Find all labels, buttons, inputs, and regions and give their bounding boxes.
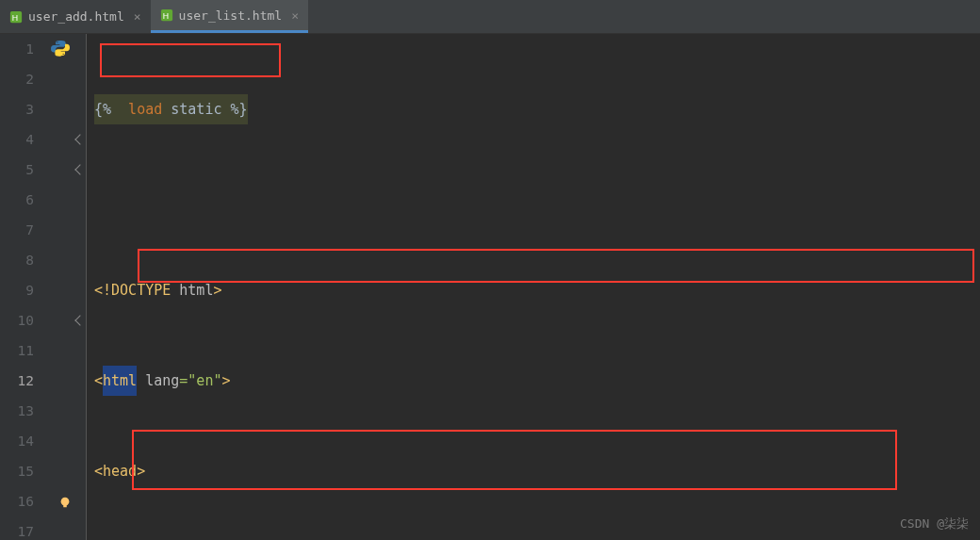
line-number: 1 bbox=[0, 34, 34, 64]
svg-text:H: H bbox=[162, 11, 168, 21]
code-editor[interactable]: 1 2 3 4 5 6 7 8 9 10 11 12 13 14 15 16 1… bbox=[0, 34, 980, 540]
line-number: 11 bbox=[0, 335, 34, 366]
line-number: 2 bbox=[0, 64, 34, 94]
code-line: <!DOCTYPE html> bbox=[94, 275, 980, 305]
svg-text:H: H bbox=[12, 12, 18, 22]
line-number: 6 bbox=[0, 185, 34, 215]
gutter-icons bbox=[47, 34, 74, 540]
svg-point-4 bbox=[61, 498, 70, 506]
line-number: 4 bbox=[0, 124, 34, 155]
html-file-icon: H bbox=[9, 10, 23, 24]
line-number: 15 bbox=[0, 456, 34, 486]
tab-user-list[interactable]: H user_list.html × bbox=[151, 0, 308, 33]
line-number: 9 bbox=[0, 275, 34, 305]
line-number: 17 bbox=[0, 516, 34, 540]
svg-rect-5 bbox=[63, 505, 67, 508]
line-number: 8 bbox=[0, 245, 34, 275]
code-line: <html lang="en"> bbox=[94, 366, 980, 396]
close-icon[interactable]: × bbox=[134, 9, 141, 24]
line-number: 16 bbox=[0, 486, 34, 516]
tab-bar: H user_add.html × H user_list.html × bbox=[0, 0, 980, 34]
line-number: 5 bbox=[0, 155, 34, 185]
close-icon[interactable]: × bbox=[291, 8, 299, 23]
line-number: 7 bbox=[0, 215, 34, 245]
tab-label: user_list.html bbox=[179, 8, 283, 23]
fold-marker-icon[interactable] bbox=[74, 134, 85, 144]
code-line bbox=[94, 185, 980, 215]
fold-marker-icon[interactable] bbox=[74, 315, 85, 325]
line-number-gutter: 1 2 3 4 5 6 7 8 9 10 11 12 13 14 15 16 1… bbox=[0, 34, 47, 540]
line-number: 3 bbox=[0, 94, 34, 124]
tab-user-add[interactable]: H user_add.html × bbox=[0, 0, 151, 33]
html-file-icon: H bbox=[160, 8, 173, 22]
fold-column bbox=[74, 34, 87, 540]
line-number: 13 bbox=[0, 396, 34, 426]
watermark: CSDN @柒柒 bbox=[900, 515, 969, 532]
code-line: <head> bbox=[94, 456, 980, 486]
tab-label: user_add.html bbox=[28, 9, 124, 24]
code-line: {% load static %} bbox=[94, 94, 980, 124]
bulb-icon[interactable] bbox=[58, 496, 72, 509]
python-icon bbox=[51, 39, 70, 57]
line-number: 14 bbox=[0, 426, 34, 456]
code-area[interactable]: {% load static %} <!DOCTYPE html> <html … bbox=[87, 34, 980, 540]
line-number: 12 bbox=[0, 366, 34, 396]
fold-marker-icon[interactable] bbox=[74, 164, 85, 174]
line-number: 10 bbox=[0, 305, 34, 335]
